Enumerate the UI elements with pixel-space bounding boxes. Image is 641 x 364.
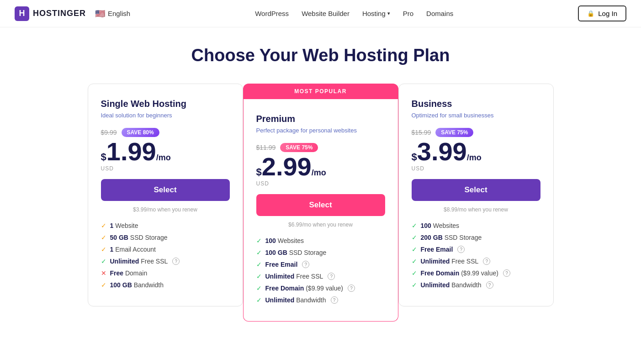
feature-list-premium: ✓ 100 Websites ✓ 100 GB SSD Storage ✓ Fr… — [256, 237, 385, 304]
check-icon: ✓ — [412, 246, 417, 253]
plan-desc-premium: Perfect package for personal websites — [256, 127, 385, 134]
save-badge-single: SAVE 80% — [122, 128, 159, 137]
feature-ssl: ✓ Unlimited Free SSL ? — [101, 258, 230, 265]
plan-card-premium: Premium Perfect package for personal web… — [243, 99, 398, 322]
navbar-right: 🔒 Log In — [578, 5, 626, 21]
info-icon[interactable]: ? — [302, 261, 309, 268]
feature-domain: ✓ Free Domain ($9.99 value) ? — [412, 269, 540, 277]
feature-websites: ✓ 100 Websites — [412, 222, 540, 229]
check-icon: ✓ — [412, 258, 417, 265]
feature-storage: ✓ 50 GB SSD Storage — [101, 234, 230, 241]
feature-bandwidth: ✓ Unlimited Bandwidth ? — [256, 296, 385, 304]
price-dollar-premium: $ — [256, 166, 262, 178]
navbar-center: WordPress Website Builder Hosting ▾ Pro … — [255, 10, 453, 17]
plan-name-premium: Premium — [256, 114, 385, 124]
feature-ssl: ✓ Unlimited Free SSL ? — [256, 273, 385, 280]
price-currency-premium: USD — [256, 180, 385, 187]
original-price-business: $15.99 — [412, 129, 431, 136]
renew-text-single: $3.99/mo when you renew — [101, 206, 230, 213]
select-button-business[interactable]: Select — [412, 179, 540, 201]
check-icon: ✓ — [101, 258, 106, 265]
navbar-left: H HOSTINGER 🇺🇸 English — [15, 6, 130, 21]
logo-icon: H — [15, 6, 29, 21]
flag-icon: 🇺🇸 — [95, 9, 105, 19]
renew-text-business: $8.99/mo when you renew — [412, 206, 540, 213]
feature-bandwidth: ✓ Unlimited Bandwidth ? — [412, 281, 540, 289]
check-icon: ✓ — [101, 281, 106, 289]
check-icon: ✓ — [101, 222, 106, 229]
price-main-business: $ 3.99 /mo — [412, 139, 540, 164]
feature-storage: ✓ 200 GB SSD Storage — [412, 234, 540, 241]
check-icon: ✓ — [256, 249, 262, 256]
price-currency-business: USD — [412, 165, 540, 172]
info-icon[interactable]: ? — [328, 273, 335, 280]
check-icon: ✓ — [412, 269, 417, 277]
info-icon[interactable]: ? — [503, 269, 510, 277]
nav-hosting[interactable]: Hosting ▾ — [362, 10, 390, 17]
page-content: Choose Your Web Hosting Plan Single Web … — [0, 27, 641, 349]
price-main-premium: $ 2.99 /mo — [256, 154, 385, 179]
feature-list-single: ✓ 1 Website ✓ 50 GB SSD Storage ✓ 1 Emai… — [101, 222, 230, 289]
check-icon: ✓ — [101, 246, 106, 253]
price-row-business: $15.99 SAVE 75% — [412, 128, 540, 137]
feature-websites: ✓ 100 Websites — [256, 237, 385, 244]
feature-storage: ✓ 100 GB SSD Storage — [256, 249, 385, 256]
nav-wordpress[interactable]: WordPress — [255, 10, 289, 17]
check-icon: ✓ — [412, 281, 417, 289]
select-button-premium[interactable]: Select — [256, 194, 385, 216]
lock-icon: 🔒 — [587, 10, 594, 17]
feature-domain: ✓ Free Domain ($9.99 value) ? — [256, 285, 385, 292]
price-amount-single: 1.99 — [106, 139, 156, 164]
price-mo-premium: /mo — [312, 168, 326, 178]
plan-desc-single: Ideal solution for beginners — [101, 112, 230, 119]
original-price-premium: $11.99 — [256, 144, 276, 151]
save-badge-premium: SAVE 75% — [280, 143, 318, 152]
info-icon[interactable]: ? — [457, 246, 465, 253]
navbar: H HOSTINGER 🇺🇸 English WordPress Website… — [0, 0, 641, 27]
price-row-single: $9.99 SAVE 80% — [101, 128, 230, 137]
check-icon: ✓ — [256, 285, 262, 292]
price-mo-business: /mo — [467, 153, 482, 163]
feature-domain: ✕ Free Domain — [101, 269, 230, 277]
price-amount-business: 3.99 — [417, 139, 467, 164]
plan-desc-business: Optimized for small businesses — [412, 112, 540, 119]
info-icon[interactable]: ? — [172, 258, 180, 265]
price-dollar-business: $ — [412, 151, 417, 163]
feature-email: ✓ Free Email ? — [256, 261, 385, 268]
feature-email: ✓ 1 Email Account — [101, 246, 230, 253]
info-icon[interactable]: ? — [483, 258, 490, 265]
renew-text-premium: $6.99/mo when you renew — [256, 222, 385, 228]
info-icon[interactable]: ? — [348, 285, 355, 292]
info-icon[interactable]: ? — [486, 281, 493, 289]
check-icon: ✓ — [101, 234, 106, 241]
original-price-single: $9.99 — [101, 129, 117, 136]
nav-pro[interactable]: Pro — [403, 10, 413, 17]
plan-card-single: Single Web Hosting Ideal solution for be… — [88, 84, 243, 306]
page-title: Choose Your Web Hosting Plan — [9, 46, 632, 65]
select-button-single[interactable]: Select — [101, 179, 230, 201]
logo-text: HOSTINGER — [33, 9, 86, 18]
chevron-down-icon: ▾ — [387, 11, 390, 16]
feature-bandwidth: ✓ 100 GB Bandwidth — [101, 281, 230, 289]
check-icon: ✓ — [256, 261, 262, 268]
plan-popular-wrapper: MOST POPULAR Premium Perfect package for… — [243, 84, 398, 322]
nav-website-builder[interactable]: Website Builder — [302, 10, 350, 17]
feature-email: ✓ Free Email ? — [412, 246, 540, 253]
plans-container: Single Web Hosting Ideal solution for be… — [69, 84, 572, 322]
price-mo-single: /mo — [156, 153, 171, 163]
check-icon: ✓ — [256, 296, 262, 304]
language-selector[interactable]: 🇺🇸 English — [95, 9, 130, 19]
popular-banner: MOST POPULAR — [243, 84, 398, 99]
feature-ssl: ✓ Unlimited Free SSL ? — [412, 258, 540, 265]
info-icon[interactable]: ? — [331, 296, 338, 304]
price-dollar-single: $ — [101, 151, 106, 163]
check-icon: ✓ — [412, 234, 417, 241]
price-amount-premium: 2.99 — [262, 154, 312, 179]
nav-domains[interactable]: Domains — [426, 10, 453, 17]
price-main-single: $ 1.99 /mo — [101, 139, 230, 164]
language-label: English — [108, 10, 130, 17]
price-currency-single: USD — [101, 165, 230, 172]
logo[interactable]: H HOSTINGER — [15, 6, 86, 21]
check-icon: ✓ — [256, 273, 262, 280]
login-button[interactable]: 🔒 Log In — [578, 5, 626, 21]
